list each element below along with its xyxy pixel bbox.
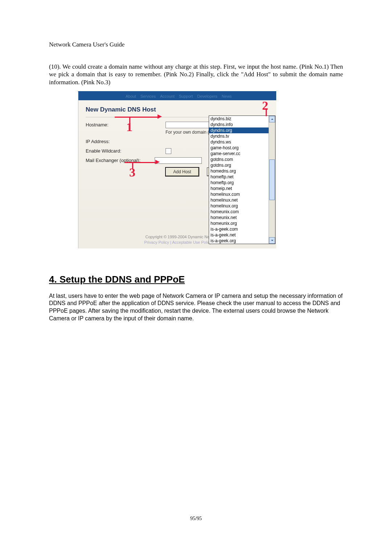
dropdown-option[interactable]: homelinux.net <box>209 197 269 203</box>
dropdown-option[interactable]: homedns.org <box>209 168 269 174</box>
nav-bar: About Services Account Support Developer… <box>78 92 276 100</box>
dropdown-option[interactable]: is-a-geek.net <box>209 232 269 238</box>
dropdown-option[interactable]: dyndns.tv <box>209 133 269 139</box>
dropdown-option[interactable]: dyndns.biz <box>209 116 269 122</box>
dyndns-screenshot: About Services Account Support Developer… <box>78 91 276 248</box>
nav-item[interactable]: Support <box>179 94 193 98</box>
domain-dropdown-list[interactable]: dyndns.bizdyndns.infodyndns.orgdyndns.tv… <box>209 116 275 244</box>
hostname-label: Hostname: <box>86 122 151 127</box>
dropdown-option[interactable]: homeip.net <box>209 186 269 191</box>
nav-item[interactable]: Services <box>140 94 156 98</box>
ip-label: IP Address: <box>86 139 151 144</box>
dropdown-scrollbar[interactable] <box>269 116 275 244</box>
scroll-thumb[interactable] <box>269 159 275 200</box>
mx-label: Mail Exchanger (optional): <box>86 158 155 163</box>
hostname-input[interactable] <box>166 122 213 128</box>
dropdown-option[interactable]: game-host.org <box>209 145 269 151</box>
dropdown-option[interactable]: homelinux.org <box>209 203 269 209</box>
scroll-up-icon[interactable] <box>269 116 275 122</box>
dropdown-option[interactable]: homeftp.net <box>209 174 269 180</box>
scroll-down-icon[interactable] <box>269 237 275 244</box>
dropdown-option[interactable]: is-a-geek.org <box>209 238 269 244</box>
dropdown-option[interactable]: gotdns.com <box>209 157 269 162</box>
add-host-button[interactable]: Add Host <box>166 167 199 176</box>
section-body: At last, users have to enter the web pag… <box>49 292 343 323</box>
dropdown-option[interactable]: dyndns.ws <box>209 139 269 145</box>
dropdown-option[interactable]: homeunix.com <box>209 209 269 215</box>
panel-title: New Dynamic DNS Host <box>86 106 270 113</box>
wildcard-label: Enable Wildcard: <box>86 148 151 154</box>
dropdown-option[interactable]: homeunix.org <box>209 220 269 226</box>
nav-item[interactable]: Developers <box>197 94 217 98</box>
dropdown-option[interactable]: homeftp.org <box>209 180 269 186</box>
document-header: Network Camera User's Guide <box>49 41 343 48</box>
dropdown-option[interactable]: homelinux.com <box>209 191 269 197</box>
dropdown-option[interactable]: dyndns.info <box>209 122 269 127</box>
section-title: 4. Setup the DDNS and PPPoE <box>49 274 343 285</box>
dropdown-option[interactable]: is-a-geek.com <box>209 226 269 232</box>
dropdown-option[interactable]: game-server.cc <box>209 151 269 157</box>
wildcard-checkbox[interactable] <box>166 148 171 154</box>
dropdown-option[interactable]: gotdns.org <box>209 162 269 168</box>
mail-exchanger-input[interactable] <box>155 157 202 164</box>
dropdown-option[interactable]: dyndns.org <box>209 127 269 133</box>
dropdown-option[interactable]: homeunix.net <box>209 215 269 220</box>
nav-item[interactable]: Account <box>160 94 175 98</box>
nav-item[interactable]: News <box>222 94 232 98</box>
nav-item[interactable]: About <box>126 94 136 98</box>
page-number: 95/95 <box>0 516 392 522</box>
step-paragraph: (10). We could create a domain name with… <box>49 63 343 86</box>
